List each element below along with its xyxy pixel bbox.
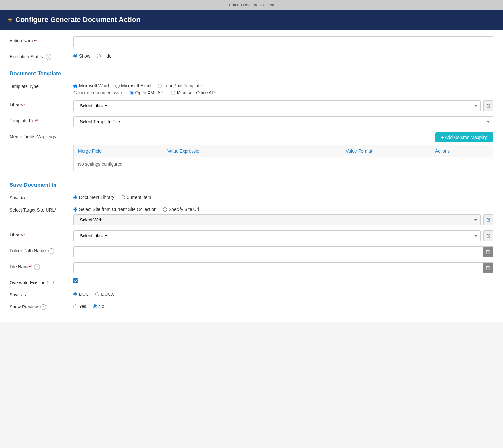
item-print-radio[interactable] xyxy=(158,84,162,88)
save-as-row: Save as DOC DOCX xyxy=(10,290,493,297)
overwrite-checkbox[interactable] xyxy=(73,278,78,283)
folder-path-browse-btn[interactable]: ⊞ xyxy=(483,246,493,257)
library2-select-wrap: --Select Library-- xyxy=(73,230,493,241)
folder-path-label: Folder Path Name i xyxy=(10,246,73,254)
file-name-row: File Name* i ⊞ xyxy=(10,262,493,273)
hide-radio-label[interactable]: Hide xyxy=(97,54,112,59)
show-radio-label[interactable]: Show xyxy=(73,54,90,59)
execution-status-radio-group: Show Hide xyxy=(73,52,493,59)
overwrite-row: Overwrite Existing File xyxy=(10,278,493,285)
web-external-link-icon xyxy=(486,218,491,222)
library2-external-link-btn[interactable] xyxy=(483,230,493,241)
binoculars-icon: ⊞ xyxy=(486,249,490,254)
merge-fields-label: Merge Fields Mappings xyxy=(10,132,73,139)
action-name-input[interactable] xyxy=(73,36,493,47)
generate-doc-label: Generate document with xyxy=(73,90,122,95)
template-type-label: Template Type xyxy=(10,82,73,89)
ms-office-label[interactable]: Microsoft Office API xyxy=(171,90,216,95)
microsoft-word-label[interactable]: Microsoft Word xyxy=(73,83,109,88)
doc-radio-label[interactable]: DOC xyxy=(73,292,89,297)
select-from-current-label[interactable]: Select Site from Current Site Collection xyxy=(73,207,157,212)
library-row: Library* --Select Library-- xyxy=(10,100,493,111)
file-name-browse-btn[interactable]: ⊞ xyxy=(483,262,493,273)
template-file-row: Template File* --Select Template File-- xyxy=(10,116,493,127)
microsoft-excel-label[interactable]: Microsoft Excel xyxy=(115,83,151,88)
microsoft-excel-radio[interactable] xyxy=(115,84,120,88)
document-template-section-title: Document Template xyxy=(10,70,493,77)
template-file-select[interactable]: --Select Template File-- xyxy=(73,116,493,127)
divider-1 xyxy=(10,65,493,65)
file-name-label: File Name* i xyxy=(10,262,73,270)
specify-site-url-radio[interactable] xyxy=(163,207,167,212)
doc-library-radio[interactable] xyxy=(73,195,77,199)
file-name-input[interactable] xyxy=(73,262,483,273)
doc-library-radio-label[interactable]: Document Library xyxy=(73,195,114,200)
ms-office-radio[interactable] xyxy=(171,91,175,95)
show-radio[interactable] xyxy=(73,54,77,58)
overwrite-label: Overwrite Existing File xyxy=(10,278,73,285)
file-name-info-icon[interactable]: i xyxy=(34,264,40,270)
library2-row: Library* --Select Library-- xyxy=(10,230,493,241)
main-form: Action Name* Execution Status i Show Hid… xyxy=(0,30,503,322)
action-name-label: Action Name* xyxy=(10,36,73,43)
table-header: Merge Field Value Expression Value Forma… xyxy=(74,145,493,157)
target-site-row: Select Target Site URL* Select Site from… xyxy=(10,206,493,225)
library-select[interactable]: --Select Library-- xyxy=(73,100,481,111)
current-item-radio-label[interactable]: Current Item xyxy=(121,195,151,200)
doc-radio[interactable] xyxy=(73,292,77,296)
preview-yes-label[interactable]: Yes xyxy=(73,304,86,309)
item-print-label[interactable]: Item Print Template xyxy=(158,83,202,88)
add-column-mapping-btn[interactable]: + Add Column Mapping xyxy=(435,132,493,142)
value-expression-header: Value Expression xyxy=(163,145,341,157)
library2-select[interactable]: --Select Library-- xyxy=(73,230,481,241)
merge-field-header: Merge Field xyxy=(74,145,163,157)
file-binoculars-icon: ⊞ xyxy=(486,265,490,270)
merge-fields-header: + Add Column Mapping xyxy=(73,132,493,142)
show-preview-radio-group: Yes No xyxy=(73,302,493,309)
open-xml-label[interactable]: Open XML API xyxy=(130,90,165,95)
docx-radio-label[interactable]: DOCX xyxy=(95,292,114,297)
select-web-wrap: --Select Web-- xyxy=(73,214,493,225)
template-type-row: Template Type Microsoft Word Microsoft E… xyxy=(10,82,493,95)
show-preview-label: Show Preview i xyxy=(10,302,73,310)
actions-header: Actions xyxy=(431,145,493,157)
target-site-label: Select Target Site URL* xyxy=(10,206,73,213)
library-external-link-btn[interactable] xyxy=(483,100,493,111)
folder-path-info-icon[interactable]: i xyxy=(48,248,54,254)
library2-label: Library* xyxy=(10,230,73,237)
open-xml-radio[interactable] xyxy=(130,91,134,95)
merge-fields-table: Merge Field Value Expression Value Forma… xyxy=(73,145,493,171)
select-web-select[interactable]: --Select Web-- xyxy=(73,214,481,225)
preview-no-label[interactable]: No xyxy=(93,304,104,309)
show-preview-info-icon[interactable]: i xyxy=(40,304,46,310)
file-name-input-wrap: ⊞ xyxy=(73,262,493,273)
hide-radio[interactable] xyxy=(97,54,101,58)
folder-path-input[interactable] xyxy=(73,246,483,257)
folder-path-row: Folder Path Name i ⊞ xyxy=(10,246,493,257)
page-header: + Configure Generate Document Action xyxy=(0,10,503,30)
template-type-row-2: Generate document with Open XML API Micr… xyxy=(73,90,493,95)
specify-site-url-label[interactable]: Specify Site Url xyxy=(163,207,199,212)
value-format-header: Value Format xyxy=(341,145,431,157)
save-as-radio-group: DOC DOCX xyxy=(73,290,493,297)
execution-status-info-icon[interactable]: i xyxy=(46,54,51,60)
save-to-row: Save to Document Library Current Item xyxy=(10,193,493,200)
library-select-wrap: --Select Library-- xyxy=(73,100,493,111)
select-web-external-link-btn[interactable] xyxy=(483,214,493,225)
library-label: Library* xyxy=(10,100,73,107)
execution-status-row: Execution Status i Show Hide xyxy=(10,52,493,60)
docx-radio[interactable] xyxy=(95,292,99,296)
select-from-current-radio[interactable] xyxy=(73,207,77,212)
current-item-radio[interactable] xyxy=(121,195,125,199)
preview-yes-radio[interactable] xyxy=(73,304,77,308)
template-type-row-1: Microsoft Word Microsoft Excel Item Prin… xyxy=(73,83,493,88)
execution-status-label: Execution Status i xyxy=(10,52,73,60)
table-body: No settings configured xyxy=(74,157,493,171)
save-to-label: Save to xyxy=(10,193,73,200)
save-as-label: Save as xyxy=(10,290,73,297)
template-type-wrap: Microsoft Word Microsoft Excel Item Prin… xyxy=(73,82,493,95)
preview-no-radio[interactable] xyxy=(93,304,97,308)
microsoft-word-radio[interactable] xyxy=(73,84,77,88)
show-preview-row: Show Preview i Yes No xyxy=(10,302,493,310)
save-to-radio-group: Document Library Current Item xyxy=(73,193,493,200)
